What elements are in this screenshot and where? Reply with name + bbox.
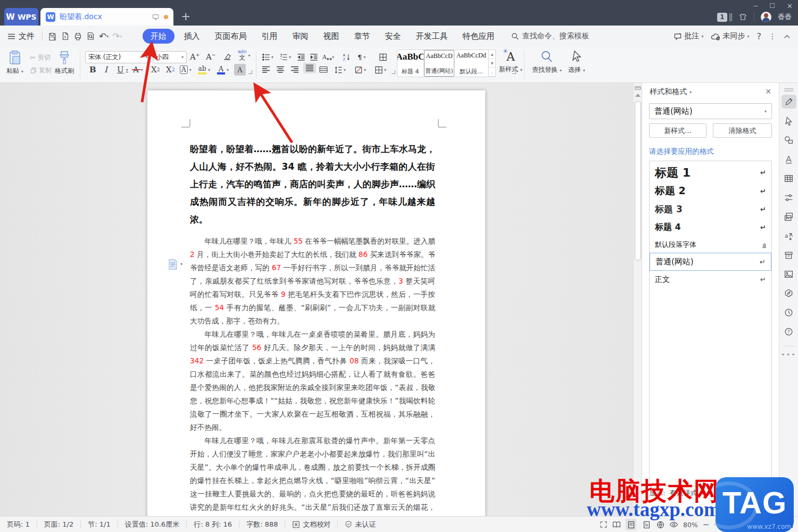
style-item-标题 2[interactable]: 标题 2↵: [650, 182, 771, 200]
scrollbar-thumb[interactable]: [635, 101, 641, 261]
italic-button[interactable]: I: [104, 64, 107, 76]
menu-tab-页面布局[interactable]: 页面布局: [207, 29, 254, 44]
close-button[interactable]: ✕: [787, 2, 793, 10]
styles-panel-title[interactable]: 样式和格式▾: [650, 87, 692, 97]
highlight-button[interactable]: ab▾: [198, 64, 210, 76]
privacy-icon[interactable]: [782, 286, 796, 300]
maximize-button[interactable]: ☐: [769, 2, 775, 10]
style-card[interactable]: AaBbC标题 4: [397, 50, 424, 77]
style-item-标题 4[interactable]: 标题 4↵: [650, 218, 771, 236]
box-icon[interactable]: [782, 248, 796, 262]
collapse-ribbon-button[interactable]: [784, 34, 791, 39]
comment-button[interactable]: 批注▾: [674, 31, 703, 41]
status-item[interactable]: 设置值: 10.6厘米: [118, 520, 186, 529]
style-item-普通(网站)[interactable]: 普通(网站)↵: [650, 253, 771, 271]
line-spacing-button[interactable]: ▾: [334, 64, 346, 76]
menu-tab-特色应用[interactable]: 特色应用: [455, 29, 502, 44]
style-combo[interactable]: 普通(网站)▾: [649, 103, 772, 119]
sort-button[interactable]: AZ: [343, 51, 351, 63]
menu-tab-开始[interactable]: 开始: [143, 29, 174, 44]
increase-font-button[interactable]: A+: [190, 51, 200, 63]
font-name-select[interactable]: 宋体 (正文)▾: [85, 51, 151, 63]
justify-button[interactable]: [303, 63, 316, 73]
shading-button[interactable]: ▾: [354, 64, 366, 76]
paste-button[interactable]: 粘贴 ▾: [6, 50, 23, 76]
align-right-button[interactable]: [290, 64, 299, 76]
gallery-scroll[interactable]: ▲▼⌄: [488, 50, 495, 77]
align-left-button[interactable]: [262, 64, 270, 76]
cert-status[interactable]: 未认证: [338, 520, 383, 529]
history-icon[interactable]: [782, 305, 796, 319]
paragraph[interactable]: 年味儿在哪里？哦，年味儿在一桌桌香喷喷的菜肴里。腊月底，妈妈为过年的饭菜忙活了 …: [190, 328, 435, 434]
bold-button[interactable]: B: [89, 64, 96, 76]
skin-icon[interactable]: [738, 13, 747, 21]
web-view-icon[interactable]: [656, 521, 664, 529]
font-color-button[interactable]: A▾: [217, 64, 229, 76]
numbering-button[interactable]: ▾: [279, 51, 291, 63]
drag-handle-icon[interactable]: [784, 88, 794, 89]
menu-tab-引用[interactable]: 引用: [254, 29, 285, 44]
print-button[interactable]: [73, 32, 82, 40]
monitor-icon[interactable]: [152, 13, 160, 21]
style-card[interactable]: AaBbCcD普通(网站): [424, 50, 455, 77]
eye-icon[interactable]: [669, 521, 678, 528]
menu-tab-审阅[interactable]: 审阅: [285, 29, 316, 44]
scroll-up-icon[interactable]: [635, 94, 641, 97]
decrease-indent-button[interactable]: [297, 51, 305, 63]
underline-button[interactable]: U▾: [117, 64, 128, 76]
settings-icon[interactable]: [782, 190, 796, 204]
clear-format-panel-button[interactable]: 清除格式: [713, 123, 772, 138]
increase-indent-button[interactable]: [310, 51, 318, 63]
more-tools-icon[interactable]: •••: [781, 351, 796, 359]
borders-button[interactable]: ▾: [375, 64, 386, 76]
menu-tab-章节[interactable]: 章节: [347, 29, 378, 44]
read-mode-icon[interactable]: [612, 521, 621, 528]
status-item[interactable]: 字数: 888: [239, 520, 285, 529]
gallery-icon[interactable]: [782, 210, 796, 223]
window-count-badge[interactable]: 1: [717, 13, 727, 22]
character-border-button[interactable]: A▾: [180, 64, 192, 76]
char-scale-button[interactable]: A▾: [322, 51, 334, 63]
font-size-select[interactable]: 小四▾: [153, 51, 187, 63]
format-painter-button[interactable]: 格式刷: [55, 50, 74, 76]
text-tool-button[interactable]: [379, 51, 387, 63]
spellcheck-status[interactable]: 文档校对: [285, 520, 337, 529]
help-button[interactable]: ?: [757, 31, 762, 41]
edit-icon[interactable]: [782, 95, 796, 109]
status-item[interactable]: 行: 8 列: 16: [187, 520, 239, 529]
style-item-默认段落字体[interactable]: 默认段落字体a: [650, 236, 771, 253]
document-page[interactable]: 盼望着，盼望着……翘首以盼的新年近了。街市上车水马龙，人山人海，好不热闹。34 …: [147, 90, 485, 516]
decrease-font-button[interactable]: A−: [206, 51, 215, 63]
new-style-panel-button[interactable]: 新样式...: [649, 123, 706, 138]
wordart-icon[interactable]: [782, 152, 796, 166]
minimize-button[interactable]: ─: [754, 2, 758, 10]
cursor-icon[interactable]: [782, 114, 796, 128]
paragraph[interactable]: 年味儿在哪里？哦，年味儿在那震耳欲聋的爆竹声中。新年第一天零点开始，人们便没了睡…: [190, 434, 435, 516]
image-icon[interactable]: [782, 267, 796, 281]
style-card[interactable]: AaBbCcDd默认段...: [454, 50, 488, 77]
export-pdf-button[interactable]: [61, 32, 70, 40]
help-icon[interactable]: ?: [782, 325, 796, 338]
status-item[interactable]: 节: 1/1: [81, 520, 117, 529]
print-preview-button[interactable]: [86, 32, 95, 40]
style-item-标题 1[interactable]: 标题 1↵: [650, 163, 771, 182]
command-search[interactable]: 查找命令、搜索模板: [511, 31, 589, 41]
vertical-scrollbar[interactable]: [633, 83, 642, 516]
wps-home-tab[interactable]: WWPS: [4, 8, 38, 26]
superscript-button[interactable]: X2: [151, 64, 160, 76]
align-center-button[interactable]: [276, 64, 285, 76]
menu-tab-安全[interactable]: 安全: [378, 29, 409, 44]
distribute-button[interactable]: [319, 64, 328, 76]
cut-button[interactable]: ✂剪切: [30, 53, 51, 62]
shapes-icon[interactable]: [782, 133, 796, 147]
paragraph[interactable]: 盼望着，盼望着……翘首以盼的新年近了。街市上车水马龙，人山人海，好不热闹。34 …: [190, 140, 435, 228]
sync-status-button[interactable]: 未同步▾: [711, 31, 749, 41]
strikethrough-button[interactable]: A▾: [133, 64, 143, 76]
menu-tab-开发工具[interactable]: 开发工具: [409, 29, 455, 44]
paragraph[interactable]: 年味儿在哪里？哦，年味儿 55 在爷爷一幅幅笔墨飘香的对联里。进入腊 2 月，街…: [190, 235, 435, 328]
phonetic-guide-button[interactable]: wén文▾: [238, 49, 251, 61]
subscript-button[interactable]: X2: [166, 64, 174, 76]
fullscreen-icon[interactable]: [600, 521, 608, 528]
show-marks-button[interactable]: ¶▾: [358, 51, 365, 63]
redo-button[interactable]: ↷▾: [112, 31, 122, 41]
